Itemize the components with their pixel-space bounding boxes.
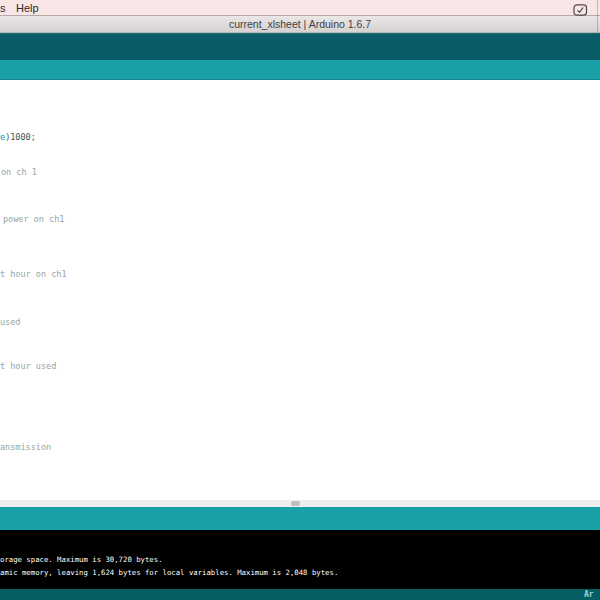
code-editor[interactable]: e)1000; on ch 1 power on ch1 t hour on c… <box>0 80 600 500</box>
board-name-fragment: Ar <box>584 590 594 599</box>
code-comment-line: t hour used <box>0 361 56 371</box>
status-message-strip <box>0 507 600 530</box>
console-output-line: orage space. Maximum is 30,720 bytes. <box>0 555 163 564</box>
code-expression-fragment: )1000; <box>5 132 36 142</box>
code-comment-line: on ch 1 <box>1 167 37 177</box>
console-output-line: amic memory, leaving 1,624 bytes for loc… <box>0 568 338 577</box>
arduino-toolbar <box>0 33 600 60</box>
build-console: orage space. Maximum is 30,720 bytes. am… <box>0 530 600 589</box>
macos-menu-bar: s Help <box>0 0 600 16</box>
window-right-edge <box>597 0 598 33</box>
horizontal-scrollbar-handle[interactable] <box>291 501 300 506</box>
horizontal-scrollbar[interactable] <box>0 500 600 507</box>
menu-item-help[interactable]: Help <box>16 1 39 15</box>
code-line-cast-expression: e)1000; <box>0 132 36 142</box>
footer-board-strip: Ar <box>0 589 600 600</box>
checkbox-menu-extra-icon[interactable] <box>573 2 588 14</box>
code-comment-line: used <box>0 317 20 327</box>
code-comment-line: ansmission <box>0 442 51 452</box>
code-comment-line: power on ch1 <box>3 214 64 224</box>
window-title: current_xlsheet | Arduino 1.6.7 <box>0 18 600 30</box>
code-comment-line: t hour on ch1 <box>0 269 67 279</box>
menu-item-tools-fragment[interactable]: s <box>0 1 6 15</box>
sketch-tab-strip <box>0 60 600 80</box>
screen: s Help current_xlsheet | Arduino 1.6.7 e… <box>0 0 600 600</box>
window-title-bar[interactable]: current_xlsheet | Arduino 1.6.7 <box>0 16 600 33</box>
